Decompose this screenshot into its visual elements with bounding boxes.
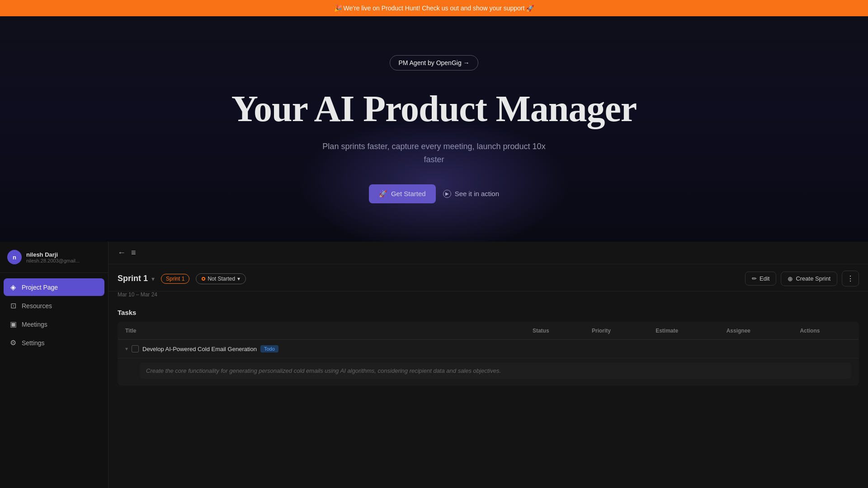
task-description-row: Create the core functionality for genera… <box>118 358 859 385</box>
settings-icon: ⚙ <box>9 338 17 347</box>
get-started-label: Get Started <box>391 190 426 197</box>
task-name: Develop AI-Powered Cold Email Generation <box>142 346 257 352</box>
tasks-section: Tasks Title Status Priority Estimate Ass… <box>108 301 868 488</box>
pm-agent-label: PM Agent by OpenGig → <box>398 59 469 66</box>
task-description: Create the core functionality for genera… <box>140 363 851 379</box>
tasks-section-title: Tasks <box>118 309 859 316</box>
col-assignee: Assignee <box>719 322 793 340</box>
hero-subtitle: Plan sprints faster, capture every meeti… <box>321 140 547 166</box>
sidebar-item-label: Meetings <box>22 321 47 328</box>
rocket-icon: 🚀 <box>379 190 387 198</box>
task-expand-icon[interactable]: ▾ <box>125 346 128 352</box>
plus-circle-icon: ⊕ <box>788 275 793 282</box>
tasks-table: Title Status Priority Estimate Assignee … <box>118 322 859 385</box>
sidebar-item-settings[interactable]: ⚙ Settings <box>4 334 104 352</box>
back-button[interactable]: ← <box>118 248 126 258</box>
status-dot-icon <box>202 277 205 281</box>
user-info: nilesh Darji nilesh.28.2003@gmail... <box>26 251 80 263</box>
create-sprint-label: Create Sprint <box>796 275 830 282</box>
sprint-header: Sprint 1 ▾ Sprint 1 Not Started ▾ ✏ Edit… <box>108 264 868 291</box>
see-action-button[interactable]: ▶ See it in action <box>443 190 499 198</box>
sidebar-item-label: Project Page <box>22 284 58 291</box>
main-content: ← ≡ Sprint 1 ▾ Sprint 1 Not Started ▾ ✏ … <box>108 242 868 488</box>
create-sprint-button[interactable]: ⊕ Create Sprint <box>781 272 837 286</box>
status-badge[interactable]: Not Started ▾ <box>196 273 246 284</box>
get-started-button[interactable]: 🚀 Get Started <box>369 184 436 203</box>
announcement-text: 🎉 We're live on Product Hunt! Check us o… <box>334 5 534 12</box>
sprint-title-group: Sprint 1 ▾ <box>118 274 155 283</box>
content-header: ← ≡ <box>108 242 868 264</box>
user-profile[interactable]: n nilesh Darji nilesh.28.2003@gmail... <box>0 242 108 273</box>
sidebar-item-label: Resources <box>22 302 52 310</box>
meetings-icon: ▣ <box>9 320 17 328</box>
hero-section: PM Agent by OpenGig → Your AI Product Ma… <box>0 16 868 251</box>
pm-agent-button[interactable]: PM Agent by OpenGig → <box>390 55 478 70</box>
task-status-badge: Todo <box>260 345 278 352</box>
sprint-date: Mar 10 – Mar 24 <box>108 291 868 301</box>
task-description-cell: Create the core functionality for genera… <box>118 358 859 385</box>
sidebar: n nilesh Darji nilesh.28.2003@gmail... ◈… <box>0 242 108 488</box>
task-checkbox-icon[interactable] <box>132 345 139 352</box>
menu-button[interactable]: ≡ <box>131 248 136 258</box>
task-status <box>525 340 585 358</box>
more-options-button[interactable]: ⋮ <box>842 271 859 286</box>
ellipsis-icon: ⋮ <box>847 275 854 282</box>
hero-buttons: 🚀 Get Started ▶ See it in action <box>369 184 499 203</box>
task-actions <box>793 340 859 358</box>
col-title: Title <box>118 322 525 340</box>
sidebar-item-meetings[interactable]: ▣ Meetings <box>4 315 104 333</box>
task-priority <box>585 340 648 358</box>
table-row: ▾ Develop AI-Powered Cold Email Generati… <box>118 340 859 358</box>
col-estimate: Estimate <box>648 322 719 340</box>
sprint-badge: Sprint 1 <box>161 274 189 284</box>
back-icon: ← <box>118 248 126 258</box>
table-header-row: Title Status Priority Estimate Assignee … <box>118 322 859 340</box>
col-priority: Priority <box>585 322 648 340</box>
sidebar-item-label: Settings <box>22 339 45 347</box>
announcement-bar: 🎉 We're live on Product Hunt! Check us o… <box>0 0 868 16</box>
project-page-icon: ◈ <box>9 283 17 291</box>
sidebar-nav: ◈ Project Page ⊡ Resources ▣ Meetings ⚙ … <box>0 273 108 357</box>
avatar: n <box>7 250 22 264</box>
play-icon: ▶ <box>443 190 451 198</box>
edit-icon: ✏ <box>752 275 757 282</box>
resources-icon: ⊡ <box>9 301 17 310</box>
user-name: nilesh Darji <box>26 251 80 258</box>
app-panel: n nilesh Darji nilesh.28.2003@gmail... ◈… <box>0 242 868 488</box>
sprint-date-text: Mar 10 – Mar 24 <box>118 291 157 298</box>
task-title-cell: ▾ Develop AI-Powered Cold Email Generati… <box>118 340 525 358</box>
hero-title: Your AI Product Manager <box>231 89 637 129</box>
status-label: Not Started <box>208 276 235 282</box>
status-chevron-icon: ▾ <box>237 276 240 282</box>
see-action-label: See it in action <box>455 190 499 197</box>
col-actions: Actions <box>793 322 859 340</box>
sprint-title: Sprint 1 <box>118 274 148 283</box>
edit-button[interactable]: ✏ Edit <box>745 272 776 286</box>
sidebar-item-resources[interactable]: ⊡ Resources <box>4 297 104 314</box>
sprint-chevron-icon[interactable]: ▾ <box>151 275 155 282</box>
sprint-actions: ✏ Edit ⊕ Create Sprint ⋮ <box>745 271 859 286</box>
edit-label: Edit <box>760 275 769 282</box>
sidebar-item-project-page[interactable]: ◈ Project Page <box>4 278 104 296</box>
menu-icon: ≡ <box>131 248 136 258</box>
task-assignee <box>719 340 793 358</box>
col-status: Status <box>525 322 585 340</box>
task-estimate <box>648 340 719 358</box>
user-email: nilesh.28.2003@gmail... <box>26 258 80 263</box>
